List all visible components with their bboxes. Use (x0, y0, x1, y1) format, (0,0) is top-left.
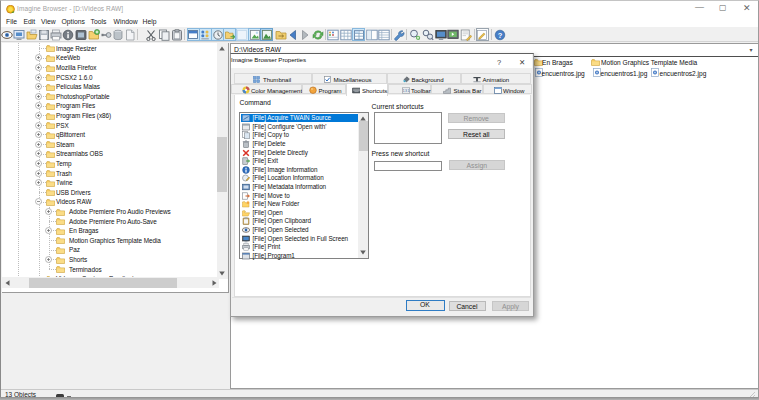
svg-text:?: ? (498, 30, 503, 39)
